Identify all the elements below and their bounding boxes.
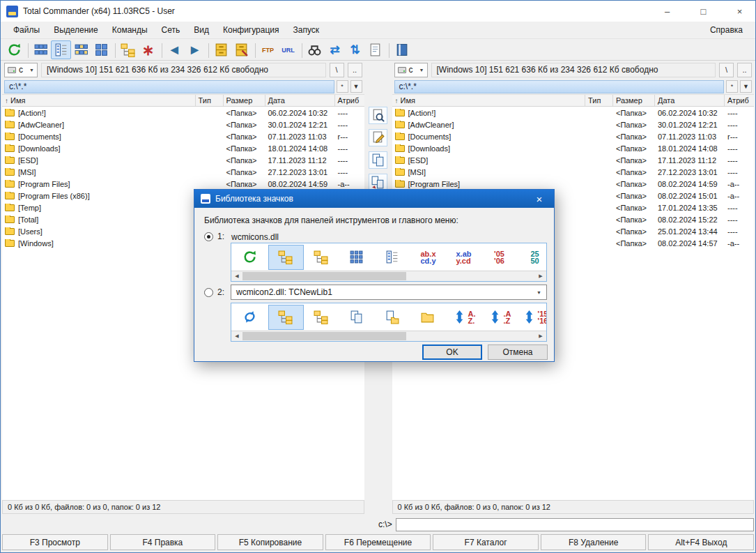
column-header[interactable]: Дата — [655, 95, 725, 106]
tree-view-icon-selected[interactable] — [268, 305, 304, 330]
library1-radio[interactable]: 1: — [204, 232, 224, 241]
file-row[interactable]: [MSI] <Папка> 27.12.2023 13:01 ---- — [392, 166, 755, 178]
drive-selector[interactable]: c ▼ — [394, 63, 428, 77]
column-header[interactable]: Атриб — [725, 95, 754, 106]
strip2-scrollbar[interactable]: ◀ ▶ — [231, 331, 546, 341]
maximize-button[interactable]: □ — [688, 1, 719, 22]
toolbar-separator[interactable] — [385, 41, 392, 59]
menu-item[interactable]: Файлы — [6, 23, 47, 37]
tree-view-icon[interactable] — [304, 245, 339, 270]
column-header[interactable]: ↑ Имя — [2, 95, 196, 106]
sort-name-icon[interactable]: A.Z. — [446, 305, 481, 330]
file-row[interactable]: [MSI] <Папка> 27.12.2023 13:01 ---- — [2, 166, 364, 178]
function-key-button[interactable]: F3 Просмотр — [2, 534, 108, 550]
history-button[interactable]: ▼ — [740, 80, 752, 93]
copy-files-button[interactable] — [369, 151, 387, 169]
scrollbar-thumb[interactable] — [242, 272, 406, 280]
menu-item[interactable]: Команды — [105, 23, 155, 37]
quick-filter-button[interactable]: ∗ — [138, 40, 158, 59]
column-header[interactable]: Размер — [613, 95, 655, 106]
multi-rename-button[interactable] — [365, 40, 385, 59]
library2-radio[interactable]: 2: — [204, 287, 224, 297]
toolbar-separator[interactable] — [24, 41, 31, 59]
view-file-button[interactable] — [369, 107, 387, 124]
root-dir-button[interactable]: \ — [330, 63, 344, 77]
list-view-icon[interactable] — [375, 245, 410, 270]
notes-button[interactable] — [392, 40, 412, 59]
file-row[interactable]: [Action!] <Папка> 06.02.2024 10:32 ---- — [392, 107, 755, 119]
tree-view-button[interactable] — [118, 40, 138, 59]
radio-unchecked-icon[interactable] — [204, 288, 213, 297]
column-header[interactable]: Размер — [224, 95, 265, 106]
menu-item[interactable]: Вид — [187, 23, 216, 37]
ftp-url-button[interactable]: URL — [278, 40, 298, 59]
strip1-scrollbar[interactable]: ◀ ▶ — [231, 271, 546, 281]
command-input[interactable] — [396, 518, 754, 531]
current-path-tab[interactable]: c:\*.* — [4, 80, 334, 93]
file-row[interactable]: [Documents] <Папка> 07.11.2023 11:03 r--… — [392, 130, 755, 142]
toolbar-separator[interactable] — [205, 41, 211, 59]
edit-file-button[interactable] — [369, 129, 387, 146]
column-header[interactable]: Атриб — [335, 95, 364, 106]
sort-date-icon[interactable]: '15'16 — [517, 305, 546, 330]
folder-icon[interactable] — [410, 305, 446, 330]
scrollbar-thumb[interactable] — [242, 332, 406, 340]
scroll-right-button[interactable]: ▶ — [535, 331, 546, 341]
ok-button[interactable]: OK — [422, 344, 482, 360]
sort-year-icon[interactable]: '05'06 — [481, 245, 517, 270]
parent-dir-button[interactable]: .. — [348, 63, 362, 77]
scrollbar-track[interactable] — [242, 331, 535, 341]
compare-contents-button[interactable]: ⇄ — [325, 40, 345, 59]
icons-view-icon[interactable] — [339, 245, 375, 270]
column-header[interactable]: Тип — [196, 95, 224, 106]
ftp-connect-button[interactable]: FTP — [258, 40, 278, 59]
refresh-button[interactable] — [4, 40, 24, 59]
file-row[interactable]: [ESD] <Папка> 17.11.2023 11:12 ---- — [392, 154, 755, 166]
history-button[interactable]: ▼ — [350, 80, 362, 93]
file-row[interactable]: [AdwCleaner] <Папка> 30.01.2024 12:21 --… — [392, 119, 755, 130]
toolbar-separator[interactable] — [298, 41, 304, 59]
file-row[interactable]: [Downloads] <Папка> 18.01.2024 14:08 ---… — [2, 142, 364, 154]
toolbar-separator[interactable] — [158, 41, 164, 59]
file-row[interactable]: [Action!] <Папка> 06.02.2024 10:32 ---- — [2, 107, 364, 119]
column-header[interactable]: Тип — [585, 95, 613, 106]
brief-view-button[interactable] — [31, 40, 51, 59]
menu-item[interactable]: Выделение — [47, 23, 105, 37]
parent-dir-button[interactable]: .. — [737, 63, 752, 77]
sort-ext-reverse-icon[interactable]: x.aby.cd — [446, 245, 481, 270]
file-row[interactable]: [ESD] <Папка> 17.11.2023 11:12 ---- — [2, 154, 364, 166]
back-button[interactable]: ◀ — [164, 40, 185, 59]
forward-button[interactable]: ▶ — [185, 40, 205, 59]
dialog-close-button[interactable]: × — [525, 190, 554, 208]
minimize-button[interactable]: – — [651, 1, 683, 22]
scroll-right-button[interactable]: ▶ — [535, 271, 546, 281]
function-key-button[interactable]: F8 Удаление — [541, 534, 647, 550]
root-dir-button[interactable]: \ — [719, 63, 734, 77]
tree-view-icon[interactable] — [304, 305, 339, 330]
scroll-left-button[interactable]: ◀ — [231, 271, 242, 281]
favorites-button[interactable]: * — [337, 80, 348, 93]
menu-item-help[interactable]: Справка — [703, 23, 750, 37]
column-header[interactable]: ↑ Имя — [392, 95, 586, 106]
refresh-icon[interactable] — [233, 245, 268, 270]
function-key-button[interactable]: F7 Каталог — [433, 534, 539, 550]
tree-view-icon-selected[interactable] — [268, 245, 304, 270]
file-row[interactable]: [Downloads] <Папка> 18.01.2024 14:08 ---… — [392, 142, 755, 154]
full-view-button[interactable] — [51, 40, 71, 59]
function-key-button[interactable]: F6 Перемещение — [325, 534, 431, 550]
file-row[interactable]: [Program Files] <Папка> 08.02.2024 14:59… — [2, 178, 364, 190]
current-path-tab[interactable]: c:\*.* — [394, 80, 725, 93]
copy-docs-icon[interactable] — [339, 305, 375, 330]
sync-dirs-button[interactable]: ⇅ — [345, 40, 365, 59]
function-key-button[interactable]: F4 Правка — [110, 534, 216, 550]
function-key-button[interactable]: Alt+F4 Выход — [648, 534, 754, 550]
drive-selector[interactable]: c ▼ — [4, 63, 38, 77]
menu-item[interactable]: Конфигурация — [216, 23, 286, 37]
file-row[interactable]: [Documents] <Папка> 07.11.2023 11:03 r--… — [2, 130, 364, 142]
toolbar-separator[interactable] — [252, 41, 258, 59]
sort-size-icon[interactable]: 2550 — [517, 245, 546, 270]
file-row[interactable]: [AdwCleaner] <Папка> 30.01.2024 12:21 --… — [2, 119, 364, 130]
library2-combobox[interactable]: wcmicon2.dll: TCNewLib1 ▼ — [231, 285, 547, 300]
scrollbar-track[interactable] — [242, 271, 535, 281]
sort-ext-icon[interactable]: .A.Z — [481, 305, 517, 330]
